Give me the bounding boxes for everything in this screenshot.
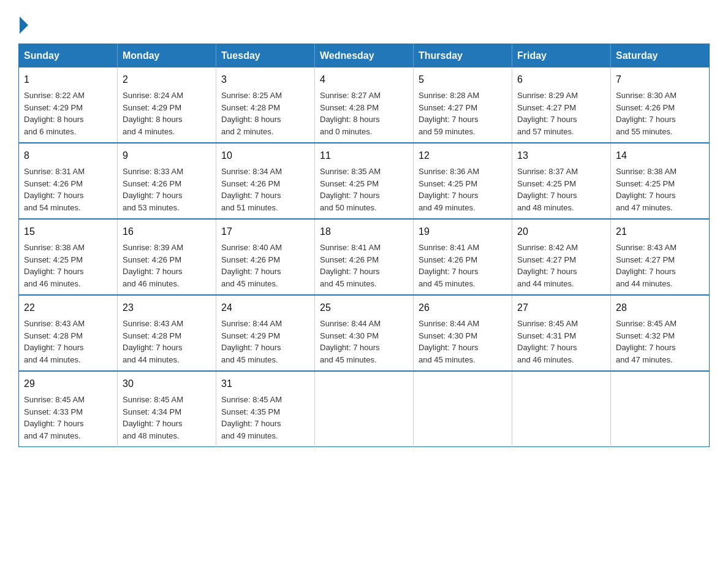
calendar-cell: 13Sunrise: 8:37 AMSunset: 4:25 PMDayligh… [512,143,611,219]
calendar-cell: 14Sunrise: 8:38 AMSunset: 4:25 PMDayligh… [611,143,710,219]
day-info: Sunrise: 8:34 AMSunset: 4:26 PMDaylight:… [221,167,282,212]
day-info: Sunrise: 8:41 AMSunset: 4:26 PMDaylight:… [419,243,479,288]
day-info: Sunrise: 8:39 AMSunset: 4:26 PMDaylight:… [123,243,183,288]
day-number: 24 [221,301,309,315]
calendar-cell: 20Sunrise: 8:42 AMSunset: 4:27 PMDayligh… [512,219,611,295]
calendar-cell: 5Sunrise: 8:28 AMSunset: 4:27 PMDaylight… [414,67,512,143]
calendar-cell: 18Sunrise: 8:41 AMSunset: 4:26 PMDayligh… [315,219,414,295]
day-number: 30 [123,377,211,391]
day-number: 11 [320,148,408,163]
day-info: Sunrise: 8:45 AMSunset: 4:35 PMDaylight:… [221,395,282,440]
calendar-cell: 10Sunrise: 8:34 AMSunset: 4:26 PMDayligh… [216,143,315,219]
calendar-cell: 9Sunrise: 8:33 AMSunset: 4:26 PMDaylight… [118,143,216,219]
calendar-cell: 7Sunrise: 8:30 AMSunset: 4:26 PMDaylight… [611,67,710,143]
calendar-cell: 26Sunrise: 8:44 AMSunset: 4:30 PMDayligh… [414,295,512,371]
calendar-cell: 12Sunrise: 8:36 AMSunset: 4:25 PMDayligh… [414,143,512,219]
day-number: 10 [221,148,309,163]
day-header-sunday: Sunday [19,44,118,68]
day-header-thursday: Thursday [414,44,512,68]
day-number: 13 [517,148,605,163]
calendar-cell: 16Sunrise: 8:39 AMSunset: 4:26 PMDayligh… [118,219,216,295]
day-number: 6 [517,72,605,87]
day-number: 16 [123,224,211,239]
day-info: Sunrise: 8:41 AMSunset: 4:26 PMDaylight:… [320,243,381,288]
calendar-cell: 17Sunrise: 8:40 AMSunset: 4:26 PMDayligh… [216,219,315,295]
day-info: Sunrise: 8:24 AMSunset: 4:29 PMDaylight:… [123,91,183,136]
calendar-cell: 2Sunrise: 8:24 AMSunset: 4:29 PMDaylight… [118,67,216,143]
calendar-table: SundayMondayTuesdayWednesdayThursdayFrid… [18,44,710,447]
day-info: Sunrise: 8:37 AMSunset: 4:25 PMDaylight:… [517,167,578,212]
logo-arrow-icon [20,17,28,34]
calendar-cell [512,371,611,447]
week-row-5: 29Sunrise: 8:45 AMSunset: 4:33 PMDayligh… [19,371,710,447]
calendar-cell: 28Sunrise: 8:45 AMSunset: 4:32 PMDayligh… [611,295,710,371]
calendar-cell: 4Sunrise: 8:27 AMSunset: 4:28 PMDaylight… [315,67,414,143]
day-header-monday: Monday [118,44,216,68]
day-info: Sunrise: 8:40 AMSunset: 4:26 PMDaylight:… [221,243,282,288]
day-info: Sunrise: 8:28 AMSunset: 4:27 PMDaylight:… [419,91,479,136]
day-number: 1 [24,72,112,87]
calendar-cell: 3Sunrise: 8:25 AMSunset: 4:28 PMDaylight… [216,67,315,143]
day-info: Sunrise: 8:38 AMSunset: 4:25 PMDaylight:… [24,243,85,288]
calendar-cell [414,371,512,447]
day-number: 14 [616,148,704,163]
day-number: 31 [221,377,309,391]
week-row-2: 8Sunrise: 8:31 AMSunset: 4:26 PMDaylight… [19,143,710,219]
day-number: 26 [419,301,507,315]
day-info: Sunrise: 8:43 AMSunset: 4:28 PMDaylight:… [24,319,85,364]
day-number: 28 [616,301,704,315]
day-info: Sunrise: 8:45 AMSunset: 4:31 PMDaylight:… [517,319,578,364]
day-info: Sunrise: 8:36 AMSunset: 4:25 PMDaylight:… [419,167,479,212]
calendar-cell: 30Sunrise: 8:45 AMSunset: 4:34 PMDayligh… [118,371,216,447]
day-info: Sunrise: 8:42 AMSunset: 4:27 PMDaylight:… [517,243,578,288]
calendar-cell: 24Sunrise: 8:44 AMSunset: 4:29 PMDayligh… [216,295,315,371]
day-header-wednesday: Wednesday [315,44,414,68]
day-info: Sunrise: 8:29 AMSunset: 4:27 PMDaylight:… [517,91,578,136]
header [18,12,710,31]
day-info: Sunrise: 8:45 AMSunset: 4:34 PMDaylight:… [123,395,183,440]
calendar-cell: 27Sunrise: 8:45 AMSunset: 4:31 PMDayligh… [512,295,611,371]
day-info: Sunrise: 8:43 AMSunset: 4:27 PMDaylight:… [616,243,677,288]
day-info: Sunrise: 8:27 AMSunset: 4:28 PMDaylight:… [320,91,381,136]
calendar-cell: 23Sunrise: 8:43 AMSunset: 4:28 PMDayligh… [118,295,216,371]
day-info: Sunrise: 8:35 AMSunset: 4:25 PMDaylight:… [320,167,381,212]
day-header-tuesday: Tuesday [216,44,315,68]
day-number: 20 [517,224,605,239]
day-number: 3 [221,72,309,87]
day-number: 22 [24,301,112,315]
calendar-cell [315,371,414,447]
calendar-cell: 1Sunrise: 8:22 AMSunset: 4:29 PMDaylight… [19,67,118,143]
calendar-cell: 8Sunrise: 8:31 AMSunset: 4:26 PMDaylight… [19,143,118,219]
day-number: 8 [24,148,112,163]
calendar-cell: 19Sunrise: 8:41 AMSunset: 4:26 PMDayligh… [414,219,512,295]
day-number: 19 [419,224,507,239]
day-number: 4 [320,72,408,87]
calendar-cell: 29Sunrise: 8:45 AMSunset: 4:33 PMDayligh… [19,371,118,447]
day-number: 27 [517,301,605,315]
calendar-cell: 22Sunrise: 8:43 AMSunset: 4:28 PMDayligh… [19,295,118,371]
day-number: 5 [419,72,507,87]
week-row-3: 15Sunrise: 8:38 AMSunset: 4:25 PMDayligh… [19,219,710,295]
day-info: Sunrise: 8:38 AMSunset: 4:25 PMDaylight:… [616,167,677,212]
day-info: Sunrise: 8:45 AMSunset: 4:33 PMDaylight:… [24,395,85,440]
day-number: 9 [123,148,211,163]
calendar-cell: 6Sunrise: 8:29 AMSunset: 4:27 PMDaylight… [512,67,611,143]
day-header-saturday: Saturday [611,44,710,68]
calendar-cell: 31Sunrise: 8:45 AMSunset: 4:35 PMDayligh… [216,371,315,447]
calendar-cell: 11Sunrise: 8:35 AMSunset: 4:25 PMDayligh… [315,143,414,219]
day-number: 17 [221,224,309,239]
day-info: Sunrise: 8:22 AMSunset: 4:29 PMDaylight:… [24,91,85,136]
day-info: Sunrise: 8:33 AMSunset: 4:26 PMDaylight:… [123,167,183,212]
calendar-cell: 15Sunrise: 8:38 AMSunset: 4:25 PMDayligh… [19,219,118,295]
calendar-cell: 25Sunrise: 8:44 AMSunset: 4:30 PMDayligh… [315,295,414,371]
day-number: 18 [320,224,408,239]
calendar-cell: 21Sunrise: 8:43 AMSunset: 4:27 PMDayligh… [611,219,710,295]
day-info: Sunrise: 8:25 AMSunset: 4:28 PMDaylight:… [221,91,282,136]
day-number: 25 [320,301,408,315]
day-info: Sunrise: 8:44 AMSunset: 4:29 PMDaylight:… [221,319,282,364]
day-info: Sunrise: 8:45 AMSunset: 4:32 PMDaylight:… [616,319,677,364]
days-header-row: SundayMondayTuesdayWednesdayThursdayFrid… [19,44,710,68]
logo [18,15,28,31]
day-number: 12 [419,148,507,163]
week-row-4: 22Sunrise: 8:43 AMSunset: 4:28 PMDayligh… [19,295,710,371]
